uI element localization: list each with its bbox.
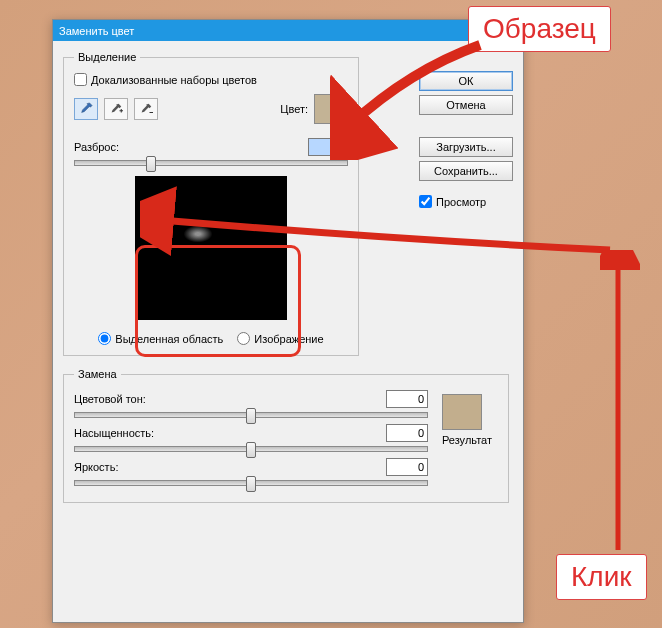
preview-checkbox-row[interactable]: Просмотр — [419, 195, 513, 208]
dialog-titlebar[interactable]: Заменить цвет — [53, 20, 523, 41]
localized-colors-row[interactable]: Докализованные наборы цветов — [74, 73, 348, 86]
hue-thumb[interactable] — [246, 408, 256, 424]
result-label: Результат — [442, 434, 492, 446]
eyedropper-subtract-button[interactable] — [134, 98, 158, 120]
save-button[interactable]: Сохранить... — [419, 161, 513, 181]
replace-legend: Замена — [74, 368, 121, 380]
eyedropper-add-button[interactable] — [104, 98, 128, 120]
preview-checkbox-label: Просмотр — [436, 196, 486, 208]
color-label: Цвет: — [280, 103, 308, 115]
radio-image-row[interactable]: Изображение — [237, 332, 323, 345]
localized-colors-checkbox[interactable] — [74, 73, 87, 86]
selection-fieldset: Выделение Докализованные наборы цветов — [63, 51, 359, 356]
hue-label: Цветовой тон: — [74, 393, 174, 405]
radio-image[interactable] — [237, 332, 250, 345]
fuzziness-thumb[interactable] — [146, 156, 156, 172]
fuzziness-slider[interactable] — [74, 160, 348, 166]
localized-colors-label: Докализованные наборы цветов — [91, 74, 257, 86]
lightness-label: Яркость: — [74, 461, 174, 473]
sample-color-swatch[interactable] — [314, 94, 348, 124]
lightness-slider[interactable] — [74, 480, 428, 486]
eyedropper-group — [74, 98, 158, 120]
replace-color-dialog: Заменить цвет ОК Отмена Загрузить... Сох… — [52, 19, 524, 623]
radio-selection[interactable] — [98, 332, 111, 345]
radio-selection-row[interactable]: Выделенная область — [98, 332, 223, 345]
selection-legend: Выделение — [74, 51, 140, 63]
fuzziness-input[interactable] — [308, 138, 348, 156]
eyedropper-button[interactable] — [74, 98, 98, 120]
replace-fieldset: Замена Результат Цветовой тон: Насыщенно… — [63, 368, 509, 503]
lightness-input[interactable] — [386, 458, 428, 476]
saturation-thumb[interactable] — [246, 442, 256, 458]
result-block: Результат — [442, 394, 492, 446]
radio-selection-label: Выделенная область — [115, 333, 223, 345]
result-swatch[interactable] — [442, 394, 482, 430]
saturation-label: Насыщенность: — [74, 427, 174, 439]
selection-preview — [135, 176, 287, 320]
saturation-input[interactable] — [386, 424, 428, 442]
ok-button[interactable]: ОК — [419, 71, 513, 91]
dialog-button-column: ОК Отмена Загрузить... Сохранить... Прос… — [419, 71, 513, 208]
preview-checkbox[interactable] — [419, 195, 432, 208]
hue-input[interactable] — [386, 390, 428, 408]
eyedropper-icon — [79, 102, 93, 116]
load-button[interactable]: Загрузить... — [419, 137, 513, 157]
cancel-button[interactable]: Отмена — [419, 95, 513, 115]
preview-selection-mask — [181, 224, 215, 244]
dialog-title: Заменить цвет — [59, 25, 134, 37]
eyedropper-add-icon — [109, 102, 123, 116]
lightness-thumb[interactable] — [246, 476, 256, 492]
fuzziness-label: Разброс: — [74, 141, 119, 153]
eyedropper-subtract-icon — [139, 102, 153, 116]
saturation-slider[interactable] — [74, 446, 428, 452]
hue-slider[interactable] — [74, 412, 428, 418]
radio-image-label: Изображение — [254, 333, 323, 345]
